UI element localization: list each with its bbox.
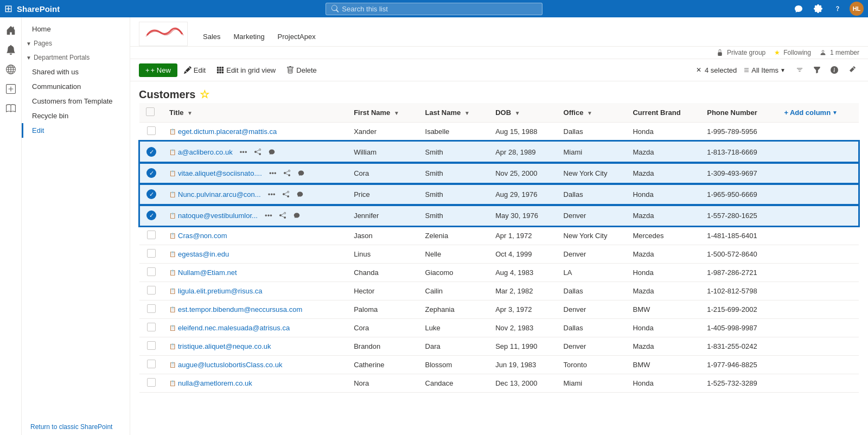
row-more-icon[interactable]: •••	[266, 167, 279, 180]
header-brand[interactable]: Current Brand	[626, 103, 700, 123]
row-checkbox[interactable]	[139, 123, 163, 142]
table-row[interactable]: 📋 nulla@ametlorem.co.uk NoraCandaceDec 1…	[139, 374, 859, 393]
row-checkbox[interactable]: ✓	[139, 184, 163, 205]
tab-projectapex[interactable]: ProjectApex	[271, 28, 322, 46]
settings-icon[interactable]	[810, 1, 826, 16]
add-column-button[interactable]: + Add column ▼	[784, 108, 852, 117]
all-items-dropdown[interactable]: All Items ▼	[743, 66, 786, 74]
row-title-link[interactable]: eget.dictum.placerat@mattis.ca	[178, 127, 277, 136]
row-checkbox[interactable]	[139, 282, 163, 300]
sidebar-learn-icon[interactable]	[2, 100, 20, 117]
tab-sales[interactable]: Sales	[196, 28, 227, 46]
new-button[interactable]: + + New	[139, 63, 177, 77]
row-title-link[interactable]: natoque@vestibulumlor...	[178, 212, 258, 220]
favorite-star-icon[interactable]: ☆	[200, 88, 209, 101]
info-button[interactable]	[827, 62, 842, 78]
row-checkbox[interactable]: ✓	[139, 141, 163, 163]
row-more-icon[interactable]: •••	[262, 209, 275, 222]
table-row[interactable]: 📋 tristique.aliquet@neque.co.uk BrandonD…	[139, 337, 859, 356]
header-phone[interactable]: Phone Number	[700, 103, 777, 123]
table-row[interactable]: ✓ 📋 natoque@vestibulumlor... ••• Jennife…	[139, 205, 859, 227]
chat-icon[interactable]	[791, 1, 806, 16]
row-checkbox[interactable]	[139, 374, 163, 393]
row-title-link[interactable]: Cras@non.com	[178, 232, 227, 240]
header-dob[interactable]: DOB ▼	[489, 103, 557, 123]
table-row[interactable]: ✓ 📋 Nunc.pulvinar.arcu@con... ••• PriceS…	[139, 184, 859, 205]
help-icon[interactable]	[830, 1, 845, 16]
row-checkbox[interactable]: ✓	[139, 163, 163, 184]
nav-edit[interactable]: Edit	[22, 123, 130, 138]
tab-marketing[interactable]: Marketing	[227, 28, 271, 46]
row-title-link[interactable]: augue@luctuslobortisClass.co.uk	[178, 361, 282, 369]
header-checkbox[interactable]	[139, 103, 163, 123]
table-row[interactable]: 📋 est.tempor.bibendum@neccursusa.com Pal…	[139, 300, 859, 319]
nav-home[interactable]: Home	[22, 22, 130, 36]
header-title[interactable]: Title ▼	[163, 103, 347, 123]
row-title-link[interactable]: ligula.elit.pretium@risus.ca	[178, 287, 263, 295]
table-row[interactable]: 📋 egestas@in.edu LinusNelleOct 4, 1999De…	[139, 245, 859, 264]
row-checkbox[interactable]: ✓	[139, 205, 163, 227]
following-label[interactable]: ★ Following	[774, 49, 811, 56]
table-row[interactable]: 📋 augue@luctuslobortisClass.co.uk Cather…	[139, 356, 859, 374]
table-row[interactable]: ✓ 📋 vitae.aliquet@sociisnato.... ••• Cor…	[139, 163, 859, 184]
row-share-icon[interactable]	[276, 209, 289, 222]
header-lastname[interactable]: Last Name ▼	[419, 103, 489, 123]
edit-button[interactable]: Edit	[180, 63, 210, 77]
apps-icon[interactable]: ⊞	[4, 3, 12, 15]
table-row[interactable]: 📋 ligula.elit.pretium@risus.ca HectorCai…	[139, 282, 859, 300]
sidebar-home-icon[interactable]	[2, 22, 20, 39]
nav-dept-section[interactable]: ▼ Department Portals	[22, 50, 130, 65]
search-input[interactable]	[342, 5, 537, 13]
row-checkbox[interactable]	[139, 300, 163, 319]
filter-button[interactable]	[792, 62, 807, 78]
table-row[interactable]: 📋 eleifend.nec.malesuada@atrisus.ca Cora…	[139, 319, 859, 337]
sidebar-activity-icon[interactable]	[2, 41, 20, 59]
row-more-icon[interactable]: •••	[237, 145, 250, 158]
table-row[interactable]: ✓ 📋 a@aclibero.co.uk ••• WilliamSmithApr…	[139, 141, 859, 163]
row-comment-icon[interactable]	[265, 145, 278, 158]
row-comment-icon[interactable]	[293, 188, 307, 201]
table-row[interactable]: 📋 eget.dictum.placerat@mattis.ca XanderI…	[139, 123, 859, 142]
row-share-icon[interactable]	[251, 145, 264, 158]
row-title-link[interactable]: a@aclibero.co.uk	[178, 148, 233, 156]
nav-customers-template[interactable]: Customers from Template	[22, 94, 130, 108]
sidebar-create-icon[interactable]	[2, 80, 20, 98]
header-firstname[interactable]: First Name ▼	[347, 103, 418, 123]
row-title-link[interactable]: nulla@ametlorem.co.uk	[178, 379, 252, 387]
header-office[interactable]: Office ▼	[557, 103, 627, 123]
nav-communication[interactable]: Communication	[22, 79, 130, 94]
row-title-link[interactable]: eleifend.nec.malesuada@atrisus.ca	[178, 324, 290, 332]
row-more-icon[interactable]: •••	[265, 188, 278, 201]
row-title-link[interactable]: Nunc.pulvinar.arcu@con...	[178, 190, 261, 199]
sidebar-sites-icon[interactable]	[2, 61, 20, 78]
row-comment-icon[interactable]	[295, 167, 308, 180]
edit-grid-button[interactable]: Edit in grid view	[212, 63, 280, 77]
row-title-link[interactable]: tristique.aliquet@neque.co.uk	[178, 342, 271, 350]
row-checkbox[interactable]	[139, 356, 163, 374]
clear-selection-button[interactable]: ✕	[696, 66, 701, 74]
user-avatar[interactable]: HL	[850, 2, 864, 16]
row-checkbox[interactable]	[139, 337, 163, 356]
row-title-link[interactable]: Nullam@Etiam.net	[178, 268, 237, 277]
row-checkbox[interactable]	[139, 319, 163, 337]
row-share-icon[interactable]	[279, 188, 292, 201]
nav-pages-section[interactable]: ▼ Pages	[22, 36, 130, 50]
edit-view-button[interactable]	[844, 62, 859, 78]
row-checkbox[interactable]	[139, 226, 163, 245]
row-checkbox[interactable]	[139, 245, 163, 264]
row-phone: 1-102-812-5798	[700, 282, 777, 300]
row-checkbox[interactable]	[139, 264, 163, 282]
row-share-icon[interactable]	[280, 167, 293, 180]
table-row[interactable]: 📋 Nullam@Etiam.net ChandaGiacomoAug 4, 1…	[139, 264, 859, 282]
view-options-button[interactable]	[809, 62, 825, 78]
row-comment-icon[interactable]	[290, 209, 303, 222]
delete-button[interactable]: Delete	[282, 63, 321, 77]
row-title-link[interactable]: egestas@in.edu	[178, 250, 229, 258]
header-add-column[interactable]: + Add column ▼	[777, 103, 859, 123]
row-title-link[interactable]: est.tempor.bibendum@neccursusa.com	[178, 305, 302, 314]
nav-recycle[interactable]: Recycle bin	[22, 108, 130, 123]
table-row[interactable]: 📋 Cras@non.com JasonZeleniaApr 1, 1972Ne…	[139, 226, 859, 245]
row-title-link[interactable]: vitae.aliquet@sociisnato....	[178, 169, 262, 177]
nav-shared[interactable]: Shared with us	[22, 65, 130, 79]
return-classic-link[interactable]: Return to classic SharePoint	[30, 423, 112, 431]
